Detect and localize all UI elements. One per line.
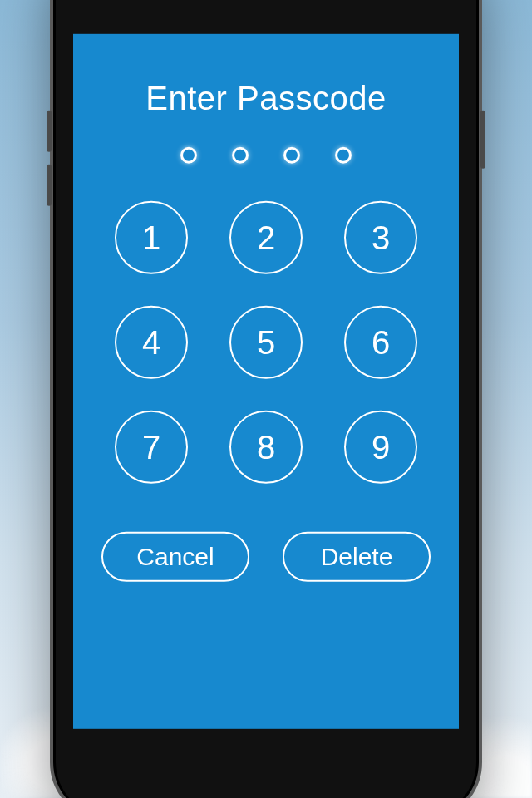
key-6[interactable]: 6	[344, 306, 417, 379]
phone-power-button	[480, 111, 485, 169]
key-2[interactable]: 2	[229, 201, 303, 274]
passcode-dot-3	[283, 147, 300, 164]
action-row: Cancel Delete	[101, 532, 431, 582]
cancel-button[interactable]: Cancel	[101, 532, 249, 582]
key-3[interactable]: 3	[344, 201, 417, 274]
delete-button[interactable]: Delete	[283, 532, 431, 582]
key-7[interactable]: 7	[115, 411, 188, 484]
phone-frame: Enter Passcode 1 2 3 4 5 6 7 8 9 Cancel …	[50, 0, 482, 798]
page-title: Enter Passcode	[145, 80, 386, 117]
passcode-dot-2	[232, 147, 249, 164]
key-1[interactable]: 1	[115, 201, 188, 274]
key-5[interactable]: 5	[229, 306, 303, 379]
passcode-dot-1	[180, 147, 197, 164]
passcode-dot-4	[335, 147, 352, 164]
phone-volume-down	[47, 165, 52, 206]
key-9[interactable]: 9	[344, 411, 417, 484]
key-8[interactable]: 8	[229, 411, 303, 484]
phone-volume-up	[47, 111, 52, 152]
passcode-screen: Enter Passcode 1 2 3 4 5 6 7 8 9 Cancel …	[73, 34, 459, 729]
number-pad: 1 2 3 4 5 6 7 8 9	[115, 201, 417, 484]
key-4[interactable]: 4	[115, 306, 188, 379]
passcode-dots	[180, 147, 352, 164]
